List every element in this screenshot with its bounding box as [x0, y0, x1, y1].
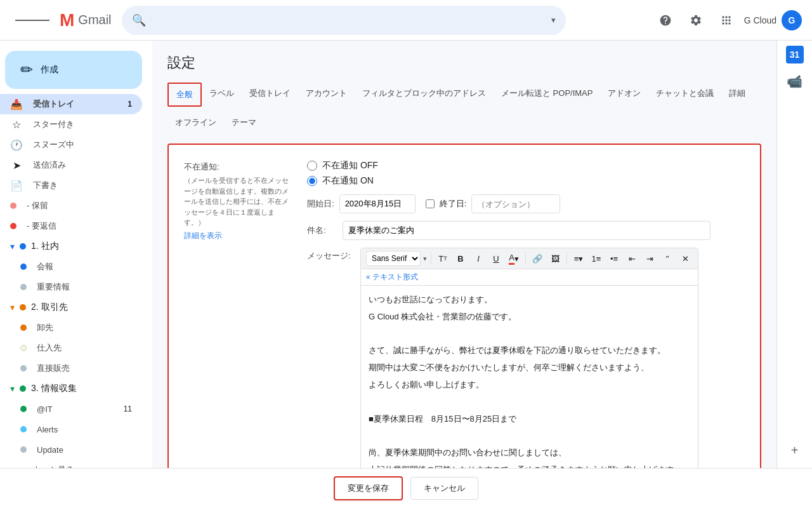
tab-advanced[interactable]: 詳細 [721, 83, 753, 107]
compose-button[interactable]: ✏ 作成 [5, 51, 142, 89]
add-panel-icon[interactable]: + [782, 438, 808, 463]
vacation-off-radio[interactable] [307, 161, 317, 171]
sidebar-item-alerts[interactable]: Alerts [0, 419, 142, 439]
quote-button[interactable]: " [660, 251, 675, 266]
search-input[interactable] [151, 15, 546, 26]
sidebar-item-wholesale[interactable]: 卸先 [0, 318, 142, 338]
text-format-toggle[interactable]: « テキスト形式 [361, 269, 698, 286]
bullet-list-button[interactable]: •≡ [606, 251, 622, 266]
toolbar-sep3 [566, 253, 567, 264]
indent-less-button[interactable]: ⇤ [624, 251, 639, 266]
sidebar-item-pending[interactable]: - 保留 [0, 196, 142, 216]
font-size-button[interactable]: TT [435, 251, 450, 266]
tab-inbox[interactable]: 受信トレイ [242, 83, 298, 107]
cancel-button[interactable]: キャンセル [410, 477, 478, 500]
toolbar-sep1 [431, 253, 431, 264]
section3-collapse-icon: ▾ [10, 384, 15, 394]
indent-more-button[interactable]: ⇥ [642, 251, 657, 266]
tab-addons[interactable]: アドオン [600, 83, 648, 107]
sidebar-item-starred[interactable]: ☆ スター付き [0, 114, 142, 135]
vacation-on-option[interactable]: 不在通知 ON [307, 175, 745, 187]
sidebar-item-more[interactable]: ▾ もっと見る [0, 460, 142, 468]
right-panel: 31 📹 + [776, 41, 812, 468]
text-color-button[interactable]: A▾ [506, 251, 521, 266]
end-date-input[interactable] [471, 194, 560, 213]
sidebar-item-direct[interactable]: 直接販売 [0, 358, 142, 378]
sidebar-item-update[interactable]: Update [0, 439, 142, 460]
section2-collapse-icon: ▾ [10, 302, 15, 312]
pending-dot [10, 203, 16, 209]
sidebar-item-drafts[interactable]: 📄 下書き [0, 175, 142, 196]
start-date-label: 開始日: [307, 198, 334, 210]
italic-button[interactable]: I [471, 251, 486, 266]
sidebar-item-important[interactable]: 重要情報 [0, 277, 142, 297]
start-date-field: 開始日: [307, 194, 416, 213]
subject-row: 件名: [307, 221, 745, 240]
tab-accounts[interactable]: アカウント [298, 83, 355, 107]
tab-forwarding[interactable]: メール転送と POP/IMAP [494, 83, 600, 107]
settings-button[interactable] [683, 8, 709, 33]
link-button[interactable]: 🔗 [530, 251, 545, 266]
save-button[interactable]: 変更を保存 [334, 476, 403, 500]
apps-button[interactable] [714, 8, 739, 33]
message-area: Sans Serif ▾ TT B I U A▾ 🔗 [360, 248, 698, 468]
calendar-icon[interactable]: 31 [786, 46, 804, 64]
tab-offline[interactable]: オフライン [167, 112, 224, 133]
important-dot [20, 284, 27, 290]
tab-filters[interactable]: フィルタとブロック中のアドレス [355, 83, 494, 107]
subject-input[interactable] [343, 221, 710, 240]
tab-general[interactable]: 全般 [167, 83, 202, 107]
section2-dot [20, 304, 26, 311]
vacation-on-radio[interactable] [307, 176, 317, 186]
tab-theme[interactable]: テーマ [224, 112, 264, 133]
sent-icon: ➤ [10, 159, 23, 171]
message-row: メッセージ: Sans Serif ▾ TT B I [307, 248, 745, 468]
chevron-down-icon[interactable]: ▾ [551, 15, 556, 25]
underline-button[interactable]: U [488, 251, 504, 266]
account-button[interactable]: G Cloud G [744, 10, 802, 30]
update-dot [20, 446, 27, 453]
menu-button[interactable] [10, 13, 55, 28]
image-button[interactable]: 🖼 [547, 251, 563, 266]
message-content[interactable]: いつもお世話になっております。G Cloud 株式会社・営業部の佐藤です。 さて… [361, 286, 698, 468]
start-date-input[interactable] [339, 194, 416, 213]
reply-dot [10, 223, 16, 229]
section-1-header[interactable]: ▾ 1. 社内 [0, 236, 152, 257]
sidebar-item-at-it[interactable]: @IT 11 [0, 399, 142, 419]
vacation-off-option[interactable]: 不在通知 OFF [307, 160, 745, 171]
search-bar[interactable]: 🔍 ▾ [122, 6, 566, 35]
numbered-list-button[interactable]: 1≡ [589, 251, 604, 266]
settings-tabs-row2: オフライン テーマ [167, 112, 761, 133]
snooze-icon: 🕐 [10, 139, 23, 151]
vacation-options: 不在通知 OFF 不在通知 ON 開始日: [307, 160, 745, 468]
vacation-setting-row: 不在通知: （メールを受信すると不在メッセージを自動返信します。複数のメールを送… [184, 160, 745, 468]
end-date-field: 終了日: [426, 194, 561, 213]
remove-format-button[interactable]: ✕ [678, 251, 693, 266]
sidebar-item-snoozed[interactable]: 🕐 スヌーズ中 [0, 135, 142, 155]
help-button[interactable] [653, 8, 678, 33]
sidebar-item-inbox[interactable]: 📥 受信トレイ 1 [0, 94, 142, 114]
avatar: G [782, 10, 802, 30]
meet-icon[interactable]: 📹 [782, 69, 808, 94]
align-button[interactable]: ≡▾ [571, 251, 586, 266]
section-2-header[interactable]: ▾ 2. 取引先 [0, 297, 152, 318]
main-layout: ✏ 作成 📥 受信トレイ 1 ☆ スター付き 🕐 スヌーズ中 ➤ 送信済み 📄 … [0, 41, 812, 468]
at-it-dot [20, 406, 27, 412]
tab-chat[interactable]: チャットと会議 [648, 83, 721, 107]
section3-dot [20, 385, 26, 392]
font-select[interactable]: Sans Serif [366, 251, 421, 266]
sidebar-item-reply[interactable]: - 要返信 [0, 216, 142, 236]
wholesale-dot [20, 324, 27, 331]
end-date-checkbox[interactable] [426, 199, 435, 208]
sidebar-item-supplier[interactable]: 仕入先 [0, 338, 142, 358]
kaibo-dot [20, 264, 27, 270]
sidebar-item-kaibo[interactable]: 会報 [0, 257, 142, 277]
section-3-header[interactable]: ▾ 3. 情報収集 [0, 378, 152, 399]
vacation-radio-group: 不在通知 OFF 不在通知 ON [307, 160, 745, 187]
detail-link[interactable]: 詳細を表示 [184, 231, 292, 241]
subject-label: 件名: [307, 225, 332, 236]
tab-labels[interactable]: ラベル [202, 83, 242, 107]
sidebar-item-sent[interactable]: ➤ 送信済み [0, 155, 142, 175]
draft-icon: 📄 [10, 180, 23, 192]
bold-button[interactable]: B [453, 251, 468, 266]
